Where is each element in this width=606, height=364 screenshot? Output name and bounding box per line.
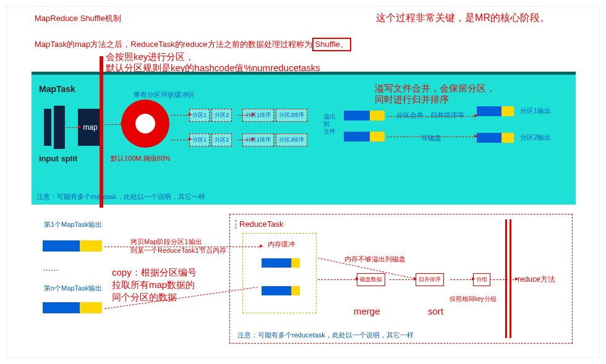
p2b: 分区2 <box>211 133 232 146</box>
reduce-footnote: 注意：可能有多个reducetask，此处以一个说明，其它一样 <box>237 331 414 340</box>
sort-lbl: sort <box>428 306 443 316</box>
vline1 <box>236 220 236 229</box>
reduce-method: reduce方法 <box>518 274 555 285</box>
spill-label: 溢出 到 文件 <box>323 113 336 135</box>
disk-label: 写磁盘 <box>421 133 442 143</box>
core-note: 这个过程非常关键，是MR的核心阶段。 <box>376 12 550 25</box>
title: MapReduce Shuffle机制 <box>35 13 121 24</box>
s2: 分区2排序 <box>276 109 307 122</box>
merge-label: 分区合并，归并排序等 <box>396 111 464 120</box>
partition-anno-l1: 会按照key进行分区， <box>106 51 194 63</box>
arrow-r1 <box>318 279 355 280</box>
merge-anno2: 同时进行归并排序 <box>375 94 449 106</box>
arrow-copy-1 <box>105 247 259 247</box>
maptask-label: MapTask <box>39 84 75 94</box>
arrow-out2 <box>387 137 474 137</box>
s2b: 分区2排序 <box>276 133 307 146</box>
merged-bar-1 <box>344 111 385 121</box>
arrow-r4 <box>490 279 514 280</box>
merge-lbl: merge <box>354 306 380 316</box>
mergesort-box: 归并排序 <box>416 273 444 286</box>
merged-bar-2 <box>344 132 385 142</box>
nth-map-output: 第n个MapTask输出 <box>44 284 102 293</box>
diskdata-box: 磁盘数据 <box>357 273 385 286</box>
maptask-footnote: 注意：可能有多个maptask，此处以一个说明，其它一样 <box>36 192 205 201</box>
mem-bar1 <box>262 258 300 268</box>
mem-bar2 <box>262 286 300 295</box>
buffer-title: 带有分区环状缓冲区 <box>134 90 195 99</box>
reducetask-box: ReduceTask 内存缓冲 内存不够溢出到磁盘 磁盘数据 归并排序 分组 按… <box>229 214 573 344</box>
group-box: 分组 <box>473 273 490 286</box>
out-bar-2 <box>477 133 514 143</box>
dots: …… <box>43 263 59 273</box>
copy-anno1: 拷贝Map阶段分区1输出 <box>130 237 202 247</box>
copy-big: copy：根据分区编号 拉取所有map数据的 同个分区的数据 <box>112 266 197 303</box>
merge-anno1: 溢写文件合并，会保留分区， <box>375 83 495 95</box>
bykey: 按照相同key分组 <box>450 295 497 303</box>
arrow-map-ring <box>105 124 120 125</box>
out2-label: 分区2输出 <box>520 133 551 142</box>
spill-label: 内存不够溢出到磁盘 <box>344 255 406 264</box>
threshold: 默认100M,阈值80% <box>111 154 171 163</box>
reducetask-title: ReduceTask <box>239 219 284 229</box>
arrow-r3 <box>450 279 471 280</box>
red-vertical-bar <box>100 56 103 208</box>
diagram-canvas: MapReduce Shuffle机制 这个过程非常关键，是MR的核心阶段。 M… <box>6 6 600 358</box>
shuffle-word: Shuffle。 <box>312 38 351 51</box>
input-bar1 <box>44 109 51 146</box>
out1-label: 分区1输出 <box>520 106 551 116</box>
arrow-out1 <box>387 116 474 117</box>
arrow-pp2 <box>237 140 251 140</box>
arrow-ring-p1 <box>171 115 188 116</box>
input-split-label: input split <box>39 154 77 163</box>
map-box: map <box>78 109 103 146</box>
p2: 分区2 <box>211 109 232 122</box>
first-out-bar <box>43 240 102 252</box>
arrow-pp1 <box>237 115 251 116</box>
copy-anno2: 到某一个ReduceTask1节点内存 <box>130 246 226 255</box>
definition-text: MapTask的map方法之后，ReduceTask的reduce方法之前的数据… <box>35 40 312 49</box>
nth-out-bar <box>43 302 102 313</box>
membuf-box: 内存缓冲 <box>242 233 317 313</box>
shuffle-definition: MapTask的map方法之后，ReduceTask的reduce方法之前的数据… <box>35 38 351 51</box>
red-double-bar <box>505 219 511 338</box>
ring-inner <box>135 114 155 133</box>
first-map-output: 第1个MapTask输出 <box>44 220 102 229</box>
membuf-label: 内存缓冲 <box>268 240 295 249</box>
input-bar2 <box>54 106 65 149</box>
out-bar-1 <box>477 106 514 116</box>
arrow-ring-p2 <box>171 140 188 140</box>
arrow-r2 <box>390 279 413 280</box>
arrow-input-map <box>66 127 77 128</box>
